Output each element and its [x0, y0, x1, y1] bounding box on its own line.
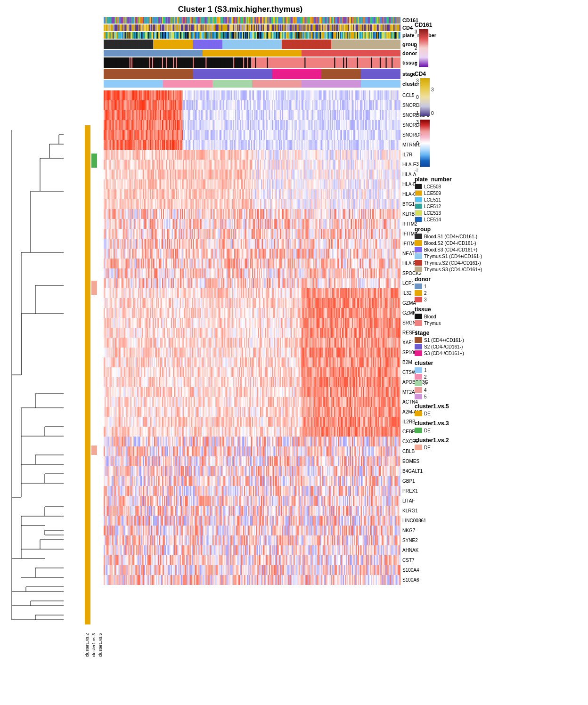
cd161-low: 0	[415, 62, 417, 67]
legend-cd4-title: CD4	[415, 71, 509, 77]
track-donor: donor	[104, 50, 410, 57]
legend-group-title: group	[415, 226, 509, 233]
annotation-tracks: CD161 CD4 plate_number group	[104, 17, 410, 89]
legend-cluster1vs2: cluster1.vs.2 DE	[415, 437, 509, 450]
track-cd161-canvas	[104, 17, 400, 24]
cluster1vs3-bar	[91, 154, 97, 168]
legend-cd4: CD4 3 0 -1 3 0	[415, 71, 509, 116]
track-plate: plate_number	[104, 32, 410, 39]
legend-donor-title: donor	[415, 276, 509, 283]
legend-cluster1vs3: cluster1.vs.3 DE	[415, 420, 509, 433]
legend-cd161-title: CD161	[415, 22, 509, 28]
track-group: group	[104, 40, 410, 49]
track-donor-canvas	[104, 50, 400, 57]
cd161-mid: 2	[415, 46, 417, 51]
legend-plate-lce513: LCE513	[415, 210, 509, 216]
legend-plate-title: plate_number	[415, 176, 509, 183]
track-stage-label: stage	[402, 71, 416, 77]
heatmap-zero: 0	[415, 141, 419, 146]
cluster1vs2-bar2	[91, 446, 97, 455]
cluster1vs2-label: cluster1.vs.2	[85, 626, 90, 664]
heatmap-min: -3	[415, 162, 419, 167]
track-plate-canvas	[104, 32, 400, 39]
track-cd4: CD4	[104, 24, 410, 31]
cd161-max: 3	[415, 29, 417, 34]
track-cd4-label: CD4	[402, 25, 413, 31]
legend-stage: stage S1 (CD4+/CD161-) S2 (CD4-/CD161-) …	[415, 330, 509, 356]
cd4-min: -1	[415, 111, 419, 116]
track-stage-canvas	[104, 69, 400, 79]
legend-plate-lce509: LCE509	[415, 190, 509, 196]
track-cluster: cluster	[104, 80, 410, 88]
cluster1vs5-label: cluster1.vs.5	[98, 626, 104, 664]
chart-title: Cluster 1 (S3.mix.higher.thymus)	[80, 5, 400, 14]
track-cd161: CD161	[104, 17, 410, 24]
legend-tissue-title: tissue	[415, 306, 509, 313]
legend-group: group Blood.S1 (CD4+/CD161-) Blood.S2 (C…	[415, 226, 509, 272]
track-tissue-canvas	[104, 57, 400, 68]
heatmap-canvas	[104, 90, 400, 585]
track-group-canvas	[104, 40, 400, 49]
legend-plate-lce514: LCE514	[415, 217, 509, 222]
legend-plate-lce512: LCE512	[415, 203, 509, 209]
cd4-legend-0: 0	[431, 111, 434, 116]
cluster1vs5-bar	[85, 125, 90, 624]
legend-plate-lce511: LCE511	[415, 197, 509, 203]
legend-cluster-title: cluster	[415, 360, 509, 366]
legend-tissue: tissue Blood Thymus	[415, 306, 509, 326]
track-cluster-canvas	[104, 80, 400, 88]
legend-stage-title: stage	[415, 330, 509, 336]
legend-cluster1vs5: cluster1.vs.5 DE	[415, 403, 509, 416]
cd4-max: 3	[415, 78, 419, 83]
legend-plate-lce508: LCE508	[415, 184, 509, 189]
legend-donor: donor 1 2 3	[415, 276, 509, 302]
heatmap-max: 3	[415, 120, 419, 125]
dendrogram	[7, 125, 68, 624]
cd4-legend-3: 3	[431, 87, 434, 92]
track-cd4-canvas	[104, 24, 400, 31]
cluster1vs2-bar	[91, 281, 97, 295]
legend-plate: plate_number LCE508 LCE509 LCE511 LCE512	[415, 176, 509, 222]
legend-heatmap-scale: 3 0 -3 -2	[415, 120, 509, 172]
track-tissue: tissue	[104, 57, 410, 68]
legend-cluster: cluster 1 2 3 4	[415, 360, 509, 399]
cluster1vs3-label: cluster1.vs.3	[91, 626, 97, 664]
cd4-zero: 0	[415, 95, 419, 100]
track-stage: stage	[104, 69, 410, 79]
legend-cd161: CD161 3 2 0	[415, 22, 509, 67]
tissue-thymus-label: Thymus	[424, 321, 441, 326]
legend-section: CD161 3 2 0 CD4 3 0 -1	[415, 17, 509, 664]
